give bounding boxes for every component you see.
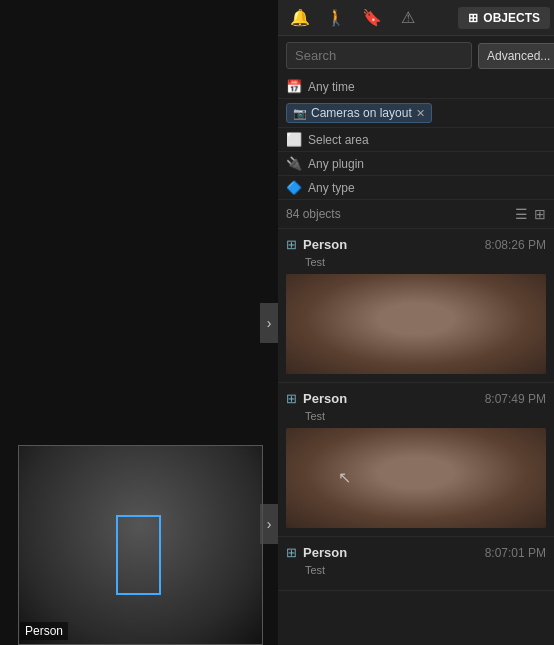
type-filter-row[interactable]: 🔷 Any type	[278, 176, 554, 200]
camera-person-label: Person	[20, 622, 68, 640]
object-time-2: 8:07:49 PM	[485, 392, 546, 406]
object-thumb-2[interactable]: ↖	[286, 428, 546, 528]
tab-motion[interactable]: 🚶	[318, 0, 354, 36]
object-type-icon-1: ⊞	[286, 237, 297, 252]
object-type-icon-2: ⊞	[286, 391, 297, 406]
object-header-1: ⊞ Person 8:08:26 PM	[286, 237, 546, 252]
area-filter-icon: ⬜	[286, 132, 302, 147]
cursor-indicator: ↖	[338, 468, 351, 487]
right-panel: 🔔 🚶 🔖 ⚠ ⊞ OBJECTS Advanced... 📅 Any time…	[278, 0, 554, 645]
camera-filter-chip[interactable]: 📷 Cameras on layout ✕	[286, 103, 432, 123]
time-filter-row[interactable]: 📅 Any time	[278, 75, 554, 99]
tab-bar: 🔔 🚶 🔖 ⚠ ⊞ OBJECTS	[278, 0, 554, 36]
object-thumbnail-2: ↖	[286, 428, 546, 528]
tab-notifications[interactable]: 🔔	[282, 0, 318, 36]
results-bar: 84 objects ☰ ⊞	[278, 200, 554, 229]
search-bar: Advanced...	[278, 36, 554, 75]
object-thumb-1[interactable]	[286, 274, 546, 374]
object-thumbnail-1	[286, 274, 546, 374]
objects-tab-label: OBJECTS	[483, 11, 540, 25]
left-panel: › › Person	[0, 0, 278, 645]
object-item-3[interactable]: ⊞ Person 8:07:01 PM Test	[278, 537, 554, 591]
camera-chip-close[interactable]: ✕	[416, 107, 425, 120]
expand-chevron-top[interactable]: ›	[260, 303, 278, 343]
list-view-icon[interactable]: ☰	[515, 206, 528, 222]
results-count: 84 objects	[286, 207, 341, 221]
camera-chip-label: Cameras on layout	[311, 106, 412, 120]
object-source-3: Test	[305, 564, 546, 576]
view-icons: ☰ ⊞	[515, 206, 546, 222]
time-filter-icon: 📅	[286, 79, 302, 94]
alert-icon: ⚠	[401, 8, 415, 27]
object-source-1: Test	[305, 256, 546, 268]
camera-chip-icon: 📷	[293, 107, 307, 120]
plugin-filter-icon: 🔌	[286, 156, 302, 171]
object-name-3: Person	[303, 545, 347, 560]
plugin-filter-label: Any plugin	[308, 157, 364, 171]
camera-filter-row: 📷 Cameras on layout ✕	[278, 99, 554, 128]
camera-frame[interactable]	[18, 445, 263, 645]
time-filter-label: Any time	[308, 80, 355, 94]
object-type-icon-3: ⊞	[286, 545, 297, 560]
object-time-3: 8:07:01 PM	[485, 546, 546, 560]
area-filter-row[interactable]: ⬜ Select area	[278, 128, 554, 152]
object-name-1: Person	[303, 237, 347, 252]
type-filter-icon: 🔷	[286, 180, 302, 195]
walk-icon: 🚶	[326, 8, 346, 27]
camera-room-view	[19, 446, 262, 644]
expand-chevron-mid[interactable]: ›	[260, 504, 278, 544]
person-detection-box	[116, 515, 161, 595]
object-header-3: ⊞ Person 8:07:01 PM	[286, 545, 546, 560]
area-filter-label: Select area	[308, 133, 369, 147]
tab-alerts[interactable]: ⚠	[390, 0, 426, 36]
camera-feed-area: › Person	[0, 425, 278, 645]
advanced-button[interactable]: Advanced...	[478, 43, 554, 69]
plugin-filter-row[interactable]: 🔌 Any plugin	[278, 152, 554, 176]
search-input[interactable]	[286, 42, 472, 69]
object-name-2: Person	[303, 391, 347, 406]
object-time-1: 8:08:26 PM	[485, 238, 546, 252]
object-name-row-3: ⊞ Person	[286, 545, 347, 560]
object-item-2[interactable]: ⊞ Person 8:07:49 PM Test ↖	[278, 383, 554, 537]
grid-view-icon[interactable]: ⊞	[534, 206, 546, 222]
object-item-1[interactable]: ⊞ Person 8:08:26 PM Test	[278, 229, 554, 383]
tab-bookmarks[interactable]: 🔖	[354, 0, 390, 36]
bookmark-icon: 🔖	[362, 8, 382, 27]
object-name-row-1: ⊞ Person	[286, 237, 347, 252]
tab-objects[interactable]: ⊞ OBJECTS	[458, 7, 550, 29]
type-filter-label: Any type	[308, 181, 355, 195]
object-list: ⊞ Person 8:08:26 PM Test ⊞ Person 8:07:4…	[278, 229, 554, 645]
object-name-row-2: ⊞ Person	[286, 391, 347, 406]
object-source-2: Test	[305, 410, 546, 422]
object-header-2: ⊞ Person 8:07:49 PM	[286, 391, 546, 406]
bell-icon: 🔔	[290, 8, 310, 27]
objects-tab-icon: ⊞	[468, 11, 478, 25]
